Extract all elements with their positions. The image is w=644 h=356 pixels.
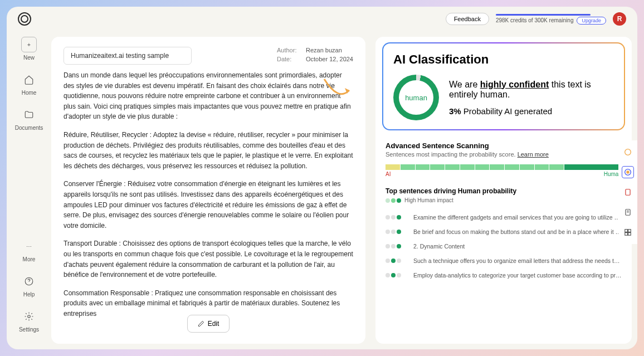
sidebar-item-home[interactable]: Home bbox=[21, 72, 37, 96]
scan-bar bbox=[386, 164, 622, 170]
author-label: Author: bbox=[277, 47, 299, 53]
sidebar-item-more[interactable]: ⋯ More bbox=[21, 238, 37, 262]
author-value: Rezan buzan bbox=[306, 47, 342, 53]
confidence-line: We are highly confident this text is ent… bbox=[449, 80, 614, 100]
upgrade-button[interactable]: Upgrade bbox=[577, 17, 606, 25]
sidebar-item-help[interactable]: Help bbox=[21, 274, 37, 298]
credits-bar bbox=[496, 14, 591, 16]
svg-point-4 bbox=[626, 170, 629, 173]
learn-more-link[interactable]: Learn more bbox=[518, 151, 549, 158]
svg-rect-8 bbox=[628, 230, 631, 232]
svg-rect-7 bbox=[625, 230, 628, 232]
svg-rect-10 bbox=[628, 233, 631, 236]
document-panel: Author: Rezan buzan Date: October 12, 20… bbox=[51, 37, 365, 344]
topbar: Feedback 298K credits of 300K remaining … bbox=[7, 7, 637, 31]
sidebar: + New Home Documents ⋯ More bbox=[7, 31, 51, 349]
scan-label-ai: AI bbox=[386, 171, 391, 177]
feedback-button[interactable]: Feedback bbox=[446, 13, 489, 25]
plus-icon: + bbox=[21, 37, 37, 52]
sentence-row[interactable]: 2. Dynamic Content bbox=[386, 239, 622, 253]
home-icon bbox=[21, 72, 37, 87]
edit-button[interactable]: Edit bbox=[187, 315, 230, 333]
document-body: Dans un monde dans lequel les préoccupat… bbox=[51, 70, 365, 344]
sentence-row[interactable]: Be brief and focus on making the buttons… bbox=[386, 225, 622, 239]
classification-title: AI Classification bbox=[393, 52, 614, 67]
tool-grid-icon[interactable] bbox=[622, 226, 634, 238]
classification-card: AI Classification human We are highly co… bbox=[382, 42, 625, 130]
credits-text: 298K credits of 300K remaining bbox=[496, 17, 574, 23]
credits-display: 298K credits of 300K remaining Upgrade bbox=[496, 14, 606, 25]
paragraph: Transport Durable : Choisissez des optio… bbox=[64, 238, 353, 280]
sidebar-label-home: Home bbox=[22, 90, 37, 96]
sidebar-label-more: More bbox=[23, 256, 36, 262]
gear-icon bbox=[21, 309, 37, 324]
app-logo-icon[interactable] bbox=[18, 12, 31, 26]
probability-line: 3% Probability AI generated bbox=[449, 106, 614, 116]
sidebar-label-documents: Documents bbox=[15, 125, 43, 131]
advanced-scan-subtitle: Sentences most impacting the probability… bbox=[386, 151, 622, 158]
sidebar-label-settings: Settings bbox=[19, 326, 39, 333]
paragraph: Réduire, Réutiliser, Recycler : Adoptez … bbox=[64, 130, 353, 171]
tool-note-icon[interactable] bbox=[622, 206, 634, 218]
tool-classify-icon[interactable] bbox=[622, 166, 634, 178]
sidebar-label-help: Help bbox=[23, 291, 35, 298]
svg-point-2 bbox=[625, 149, 631, 155]
advanced-scan-title: Advanced Sentence Scanning bbox=[386, 142, 622, 150]
paragraph: Dans un monde dans lequel les préoccupat… bbox=[64, 70, 353, 122]
tool-document-icon[interactable] bbox=[622, 186, 634, 198]
svg-point-1 bbox=[28, 315, 31, 318]
sidebar-item-documents[interactable]: Documents bbox=[15, 107, 43, 131]
tool-scan-icon[interactable] bbox=[622, 146, 634, 158]
sidebar-item-new[interactable]: + New bbox=[21, 37, 37, 61]
top-sentences-title: Top sentences driving Human probability bbox=[386, 187, 622, 195]
edit-label: Edit bbox=[208, 320, 219, 328]
svg-rect-5 bbox=[626, 189, 630, 196]
date-label: Date: bbox=[277, 56, 299, 62]
sidebar-label-new: New bbox=[23, 55, 35, 61]
results-panel: AI Classification human We are highly co… bbox=[375, 37, 632, 344]
help-icon bbox=[21, 274, 37, 289]
sentence-row[interactable]: Employ data-analytics to categorize your… bbox=[386, 268, 622, 282]
sidebar-item-settings[interactable]: Settings bbox=[19, 309, 39, 333]
date-value: October 12, 2024 bbox=[306, 56, 353, 62]
svg-rect-9 bbox=[625, 233, 628, 236]
human-gauge: human bbox=[393, 75, 439, 120]
pencil-icon bbox=[198, 320, 204, 327]
avatar[interactable]: R bbox=[613, 12, 626, 26]
impact-legend: High Human impact bbox=[386, 197, 622, 203]
gauge-label: human bbox=[405, 94, 427, 102]
more-icon: ⋯ bbox=[21, 238, 37, 254]
sentence-row[interactable]: Such a technique offers you to organize … bbox=[386, 253, 622, 268]
folder-icon bbox=[21, 107, 37, 123]
tool-rail bbox=[618, 140, 637, 244]
sentence-row[interactable]: Examine the different gadgets and email … bbox=[386, 210, 622, 225]
document-title-input[interactable] bbox=[64, 47, 192, 65]
paragraph: Conserver l'Énergie : Réduisez votre con… bbox=[64, 179, 353, 231]
